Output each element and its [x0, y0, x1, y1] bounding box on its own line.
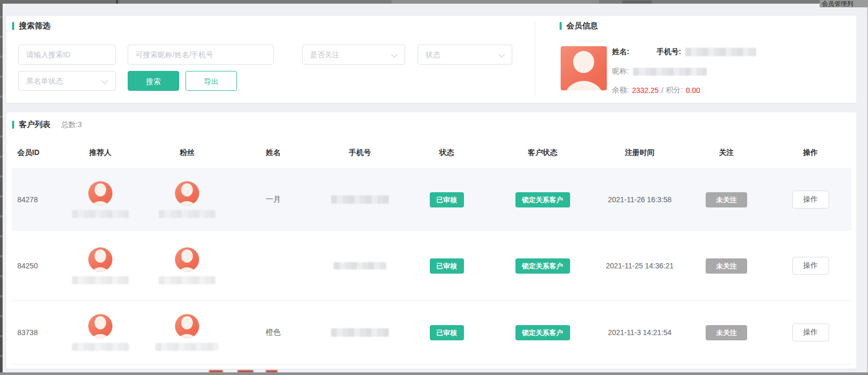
chrome-segment	[391, 0, 599, 4]
search-button[interactable]: 搜索	[128, 71, 179, 91]
name-label: 姓名:	[612, 47, 629, 57]
col-header-customer-status: 客户状态	[489, 138, 596, 168]
censored-member-nickname	[633, 68, 707, 76]
status-select[interactable]: 状态	[418, 45, 512, 65]
status-badge: 已审核	[430, 325, 464, 340]
points-label: 积分:	[666, 86, 683, 95]
customer-list-title: 客户列表 总数:3	[12, 120, 82, 130]
cell-referrer	[58, 247, 143, 284]
row-action-button[interactable]: 操作	[792, 324, 829, 341]
chevron-down-icon	[101, 77, 108, 84]
chevron-down-icon	[498, 51, 505, 58]
member-avatar	[561, 46, 607, 90]
fan-avatar	[175, 181, 199, 205]
cell-customer-status: 锁定关系客户	[489, 258, 596, 274]
col-header-status: 状态	[405, 138, 489, 168]
cell-follow: 未关注	[683, 258, 770, 274]
nickname-label: 昵称:	[612, 67, 629, 76]
col-header-follow: 关注	[683, 138, 770, 168]
filter-section-title: 搜索筛选	[12, 21, 50, 31]
cell-status: 已审核	[405, 325, 489, 340]
censored-phone	[331, 328, 389, 337]
cell-status: 已审核	[405, 192, 489, 207]
table-row: 84250 已审核	[12, 231, 851, 301]
window-chrome-bottom	[0, 372, 868, 375]
row-action-button[interactable]: 操作	[792, 191, 829, 209]
window-chrome-left	[0, 0, 3, 375]
app-screen: 会员管理列 搜索筛选 是否关注 状态 黑名单状态 搜索 导出	[0, 0, 868, 375]
follow-badge: 未关注	[706, 325, 747, 340]
filter-title-text: 搜索筛选	[19, 21, 50, 31]
chrome-tick	[116, 0, 118, 4]
censored-fan-name	[156, 343, 219, 351]
balance-value: 2332.25	[632, 86, 659, 95]
keyword-search-input[interactable]	[128, 45, 274, 65]
censored-referrer-name	[72, 210, 129, 218]
cell-member-id: 83738	[12, 328, 58, 337]
section-marker	[12, 121, 14, 129]
customer-table: 会员ID 推荐人 粉丝 姓名 手机号 状态 客户状态 注册时间 关注 操作 84…	[12, 138, 851, 364]
customer-status-badge: 锁定关系客户	[515, 258, 570, 274]
points-value: 0.00	[686, 86, 700, 95]
section-marker	[560, 22, 562, 30]
cell-phone	[315, 195, 405, 204]
cell-action: 操作	[770, 324, 851, 341]
cell-phone	[315, 262, 405, 269]
cell-status: 已审核	[405, 258, 489, 274]
status-select-placeholder: 状态	[426, 50, 440, 59]
fan-avatar	[175, 247, 199, 272]
member-title-text: 会员信息	[566, 21, 598, 31]
cell-name: 橙色	[231, 328, 315, 337]
referrer-avatar	[88, 314, 112, 338]
customer-status-badge: 锁定关系客户	[515, 192, 570, 207]
col-header-registered: 注册时间	[596, 138, 683, 168]
member-balance-line: 余额: 2332.25 / 积分: 0.00	[612, 86, 700, 95]
follow-badge: 未关注	[706, 192, 747, 207]
table-row: 84278 一月 已审核	[12, 168, 851, 231]
cell-follow: 未关注	[683, 192, 770, 207]
filter-and-member-card: 搜索筛选 是否关注 状态 黑名单状态 搜索 导出 会员信息 姓名: 手机号:	[6, 16, 856, 103]
referrer-avatar	[88, 181, 112, 205]
cell-follow: 未关注	[683, 325, 770, 340]
window-chrome-top: 会员管理列	[0, 0, 868, 4]
follow-select[interactable]: 是否关注	[302, 45, 405, 65]
search-id-input[interactable]	[18, 45, 116, 65]
col-header-name: 姓名	[231, 138, 315, 168]
blacklist-select-placeholder: 黑名单状态	[26, 77, 63, 85]
separator: /	[662, 86, 664, 95]
member-nickname-line: 昵称:	[612, 67, 707, 76]
cell-phone	[315, 328, 405, 337]
cell-referrer	[58, 314, 143, 351]
follow-badge: 未关注	[706, 258, 747, 274]
phone-label: 手机号:	[657, 47, 681, 57]
cell-action: 操作	[770, 257, 851, 275]
cell-fans	[143, 181, 231, 218]
customer-list-card: 客户列表 总数:3 会员ID 推荐人 粉丝 姓名 手机号 状态 客户状态 注册时…	[6, 112, 856, 369]
censored-member-phone	[685, 48, 756, 56]
referrer-avatar	[88, 247, 112, 272]
censored-referrer-name	[72, 276, 129, 284]
blacklist-select[interactable]: 黑名单状态	[18, 71, 116, 91]
cell-member-id: 84278	[12, 195, 58, 204]
chevron-down-icon	[391, 51, 398, 58]
section-marker	[12, 22, 14, 30]
censored-phone	[331, 195, 389, 204]
window-title-fragment: 会员管理列	[820, 0, 868, 7]
cell-name: 一月	[231, 195, 315, 204]
total-count: 总数:3	[61, 120, 82, 130]
col-header-member-id: 会员ID	[12, 138, 58, 168]
table-row: 83738 橙色 已审核	[12, 301, 851, 364]
cell-registered-time: 2021-11-25 14:36:21	[596, 262, 683, 270]
export-button[interactable]: 导出	[185, 71, 237, 91]
customer-status-badge: 锁定关系客户	[515, 325, 570, 340]
cell-fans	[143, 247, 231, 284]
row-action-button[interactable]: 操作	[792, 257, 829, 275]
cell-customer-status: 锁定关系客户	[489, 325, 596, 340]
cell-member-id: 84250	[12, 262, 58, 270]
col-header-referrer: 推荐人	[58, 138, 143, 168]
member-section-title: 会员信息	[560, 21, 598, 31]
col-header-phone: 手机号	[315, 138, 405, 168]
status-badge: 已审核	[430, 258, 464, 274]
censored-phone	[334, 262, 386, 269]
cell-customer-status: 锁定关系客户	[489, 192, 596, 207]
